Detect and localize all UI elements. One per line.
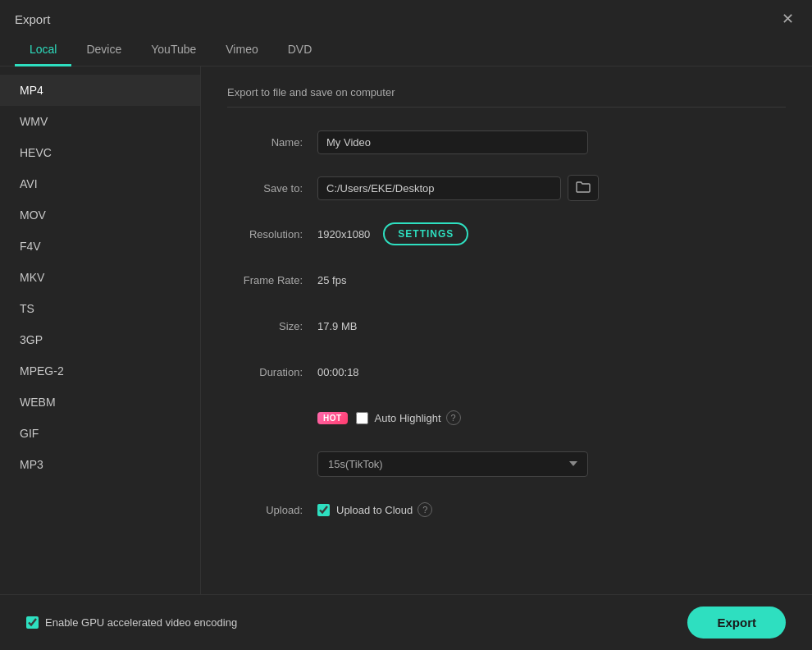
export-panel: Export to file and save on computer Name…	[201, 66, 812, 594]
resolution-row: Resolution: 1920x1080 SETTINGS	[227, 219, 786, 249]
name-label: Name:	[227, 136, 317, 149]
gpu-label: Enable GPU accelerated video encoding	[45, 616, 237, 629]
gpu-checkbox-wrap: Enable GPU accelerated video encoding	[26, 616, 237, 629]
upload-row: Upload: Upload to Cloud ?	[227, 495, 786, 524]
resolution-value-wrap: 1920x1080 SETTINGS	[317, 222, 468, 245]
sidebar-item-avi[interactable]: AVI	[0, 168, 200, 199]
auto-highlight-row: HOT Auto Highlight ?	[227, 403, 786, 433]
auto-highlight-help-icon[interactable]: ?	[446, 410, 461, 425]
close-button[interactable]: ✕	[778, 10, 797, 28]
auto-highlight-checkbox-wrap[interactable]: Auto Highlight	[356, 412, 441, 424]
upload-cloud-help-icon[interactable]: ?	[417, 502, 432, 517]
size-value: 17.9 MB	[317, 320, 357, 332]
sidebar-item-3gp[interactable]: 3GP	[0, 324, 200, 355]
auto-highlight-content: HOT Auto Highlight ?	[317, 410, 461, 425]
hot-badge: HOT	[317, 412, 348, 424]
upload-cloud-content: Upload to Cloud ?	[317, 502, 432, 517]
sidebar-item-hevc[interactable]: HEVC	[0, 137, 200, 168]
highlight-duration-row: 15s(TikTok) 30s 60s	[227, 449, 786, 478]
frame-rate-row: Frame Rate: 25 fps	[227, 265, 786, 295]
duration-value: 00:00:18	[317, 366, 359, 378]
export-button[interactable]: Export	[687, 607, 786, 639]
resolution-value: 1920x1080	[317, 228, 370, 240]
sidebar-item-mkv[interactable]: MKV	[0, 262, 200, 293]
size-row: Size: 17.9 MB	[227, 311, 786, 341]
save-to-row: Save to:	[227, 173, 786, 203]
auto-highlight-checkbox[interactable]	[356, 412, 368, 424]
sidebar-item-mp4[interactable]: MP4	[0, 75, 200, 106]
sidebar-item-ts[interactable]: TS	[0, 293, 200, 324]
tab-device[interactable]: Device	[71, 34, 136, 66]
highlight-duration-select[interactable]: 15s(TikTok) 30s 60s	[317, 451, 588, 477]
save-to-wrapper	[317, 175, 599, 201]
folder-browse-button[interactable]	[568, 175, 599, 201]
duration-row: Duration: 00:00:18	[227, 357, 786, 387]
sidebar: MP4 WMV HEVC AVI MOV F4V MKV TS 3GP MPEG…	[0, 66, 201, 594]
title-bar: Export ✕	[0, 0, 812, 34]
frame-rate-value: 25 fps	[317, 274, 346, 286]
export-subtitle: Export to file and save on computer	[227, 86, 786, 108]
save-to-input[interactable]	[317, 176, 561, 200]
upload-cloud-label: Upload to Cloud	[336, 504, 413, 516]
tab-youtube[interactable]: YouTube	[136, 34, 211, 66]
main-content: MP4 WMV HEVC AVI MOV F4V MKV TS 3GP MPEG…	[0, 66, 812, 594]
upload-cloud-checkbox-wrap[interactable]: Upload to Cloud	[317, 504, 413, 516]
gpu-checkbox[interactable]	[26, 616, 39, 629]
bottom-bar: Enable GPU accelerated video encoding Ex…	[0, 594, 812, 650]
sidebar-item-f4v[interactable]: F4V	[0, 231, 200, 262]
name-row: Name:	[227, 127, 786, 157]
tab-local[interactable]: Local	[15, 34, 71, 66]
save-to-label: Save to:	[227, 182, 317, 195]
sidebar-item-mov[interactable]: MOV	[0, 199, 200, 231]
settings-button[interactable]: SETTINGS	[383, 222, 468, 245]
resolution-label: Resolution:	[227, 228, 317, 240]
tab-dvd[interactable]: DVD	[273, 34, 327, 66]
size-label: Size:	[227, 320, 317, 332]
upload-cloud-checkbox[interactable]	[317, 504, 330, 516]
duration-label: Duration:	[227, 366, 317, 378]
auto-highlight-label: Auto Highlight	[375, 412, 441, 424]
name-input[interactable]	[317, 130, 588, 154]
tabs-bar: Local Device YouTube Vimeo DVD	[0, 34, 812, 66]
upload-label: Upload:	[227, 504, 317, 516]
sidebar-item-gif[interactable]: GIF	[0, 418, 200, 449]
sidebar-item-webm[interactable]: WEBM	[0, 387, 200, 418]
sidebar-item-wmv[interactable]: WMV	[0, 106, 200, 137]
sidebar-item-mp3[interactable]: MP3	[0, 449, 200, 480]
dialog-title: Export	[15, 12, 50, 26]
tab-vimeo[interactable]: Vimeo	[211, 34, 272, 66]
folder-icon	[576, 181, 591, 194]
frame-rate-label: Frame Rate:	[227, 274, 317, 286]
sidebar-item-mpeg2[interactable]: MPEG-2	[0, 355, 200, 387]
